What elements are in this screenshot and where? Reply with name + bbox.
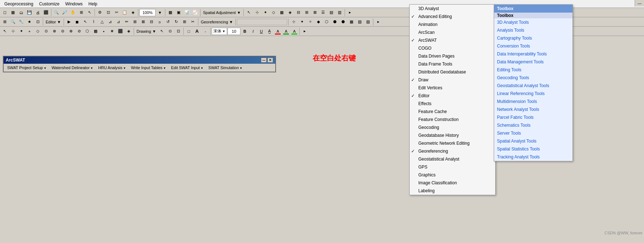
tb2-edit11[interactable]: ↺ (164, 18, 172, 26)
tb2-edit3[interactable]: △ (98, 18, 106, 26)
toolbar-menu-item[interactable]: Animation (410, 21, 495, 28)
toolbox-item[interactable]: Geocoding Tools (494, 74, 572, 82)
toolbar-menu-item[interactable]: Data Frame Tools (410, 60, 495, 68)
toolbar-btn-2[interactable]: ▦ (9, 9, 17, 17)
tb2-edit12[interactable]: ↻ (172, 18, 180, 26)
tb-b12[interactable]: ▥ (336, 9, 344, 17)
tb2-geo10[interactable]: ▨ (364, 18, 372, 26)
tb3-3[interactable]: ✦ (17, 27, 25, 35)
zoom-percent[interactable]: 100% (139, 9, 156, 16)
toolbar-menu-item[interactable]: Graphics (410, 171, 495, 179)
tb-b4[interactable]: ◇ (270, 9, 277, 17)
tb3-1[interactable]: ↖ (1, 27, 9, 35)
toolbar-menu-item[interactable]: Geometric Network Editing (410, 139, 495, 147)
tb2-5[interactable]: ⊡ (34, 18, 42, 26)
tb3-14[interactable]: ◾ (108, 27, 116, 35)
tb2-edit8[interactable]: ⊠ (139, 18, 147, 26)
tb3-underline[interactable]: U (257, 27, 265, 35)
tb2-geo3[interactable]: ✧ (306, 18, 314, 26)
toolbar-zoom-out[interactable]: 🔎 (61, 9, 69, 17)
tb2-geo6[interactable]: ⬢ (331, 18, 339, 26)
zoom-dropdown-btn[interactable]: ▼ (156, 9, 164, 17)
tb2-edit7[interactable]: ⊞ (131, 18, 139, 26)
tb2-geo2[interactable]: ✦ (298, 18, 306, 26)
tb2-geo7[interactable]: ⬣ (339, 18, 347, 26)
toolbox-item[interactable]: Data Management Tools (494, 58, 572, 66)
toolbar-pan[interactable]: ✋ (69, 9, 77, 17)
tb3-underline2[interactable]: A̲ (266, 27, 273, 35)
toolbox-item[interactable]: Geostatistical Analyst Tools (494, 82, 572, 90)
toolbar-menu-item[interactable]: Feature Construction (410, 116, 495, 123)
toolbar-menu-item[interactable]: Geostatistical Analyst (410, 155, 495, 163)
menu-edit-swat-input[interactable]: Edit SWAT Input (169, 65, 206, 71)
tb2-edit4[interactable]: ⊿ (106, 18, 114, 26)
toolbar-menu-item[interactable]: ArcScan (410, 28, 495, 36)
toolbar-menu-item[interactable]: GPS (410, 163, 495, 171)
toolbar-more-5[interactable]: ◈ (129, 9, 137, 17)
tb2-1[interactable]: ⊞ (1, 18, 9, 26)
toolbar-menu-item[interactable]: Data Driven Pages (410, 52, 495, 60)
tb-a4[interactable]: 📈 (191, 9, 199, 17)
tb3-6[interactable]: ⊙ (42, 27, 50, 35)
tb3-draw1[interactable]: ↖ (158, 27, 166, 35)
tb3-bold[interactable]: B (241, 27, 249, 35)
tb-a3[interactable]: 📊 (183, 9, 191, 17)
menu-swat-simulation[interactable]: SWAT Simulation (206, 65, 245, 71)
tb3-9[interactable]: ⊕ (67, 27, 75, 35)
tb2-scroll[interactable]: ▸ (374, 18, 382, 26)
menu-write-input-tables[interactable]: Write Input Tables (129, 65, 168, 71)
toolbar-extent[interactable]: ⊞ (77, 9, 85, 17)
toolbox-item[interactable]: Analysis Tools (494, 26, 572, 34)
tb-scroll[interactable]: ▸ (346, 9, 354, 17)
tb3-rect[interactable]: □ (185, 27, 193, 35)
tb3-8[interactable]: ⊝ (59, 27, 66, 35)
toolbar-menu-item[interactable]: ✓ArcSWAT (410, 36, 495, 44)
tb3-15[interactable]: ⬛ (116, 27, 124, 35)
tb3-textA[interactable]: A (193, 27, 201, 35)
toolbox-item[interactable]: Parcel Fabric Tools (494, 113, 572, 121)
tb-b5[interactable]: ▦ (278, 9, 286, 17)
toolbar-menu-item[interactable]: Edit Vertices (410, 84, 495, 92)
tb2-stop[interactable]: ⏹ (73, 18, 81, 26)
toolbox-item[interactable]: Editing Tools (494, 66, 572, 74)
tb2-edit2[interactable]: ⌇ (90, 18, 98, 26)
minimize-button[interactable]: — (635, 0, 644, 6)
toolbar-menu-item[interactable]: Distributed Geodatabase (410, 68, 495, 76)
tb3-fill[interactable]: A (290, 27, 298, 35)
tb3-11[interactable]: ⬡ (83, 27, 91, 35)
toolbox-item[interactable]: Server Tools (494, 129, 572, 137)
toolbox-item[interactable]: Conversion Tools (494, 42, 572, 50)
tb2-edit9[interactable]: ⊟ (148, 18, 156, 26)
tb-a1[interactable]: ▩ (166, 9, 174, 17)
toolbox-item[interactable]: Linear Referencing Tools (494, 90, 572, 98)
toolbar-select[interactable]: ↖ (86, 9, 93, 17)
tb3-draw2[interactable]: ⊙ (166, 27, 174, 35)
toolbox-item[interactable]: Cartography Tools (494, 34, 572, 42)
tb-a2[interactable]: ▣ (175, 9, 183, 17)
tb2-play[interactable]: ▶ (65, 18, 73, 26)
toolbar-menu-item[interactable]: Feature Cache (410, 108, 495, 116)
toolbar-btn-3[interactable]: 🗂 (17, 9, 25, 17)
tb3-12[interactable]: ▩ (92, 27, 100, 35)
tb-b7[interactable]: ⊟ (294, 9, 302, 17)
menu-windows[interactable]: Windows (62, 1, 86, 7)
drawing-label[interactable]: Drawing ▼ (135, 29, 157, 33)
toolbar-menu-item[interactable]: Effects (410, 100, 495, 108)
toolbox-item[interactable]: Schematics Tools (494, 121, 572, 129)
toolbar-menu-item[interactable]: ✓Advanced Editing (410, 13, 495, 21)
tb-b8[interactable]: ⊞ (303, 9, 310, 17)
tb2-edit1[interactable]: ↖ (82, 18, 89, 26)
menu-geoprocessing[interactable]: Geoprocessing (1, 1, 36, 7)
font-dropdown-arrow[interactable]: ▼ (222, 30, 225, 33)
tb-b6[interactable]: ◈ (286, 9, 294, 17)
toolbar-more-4[interactable]: 📋 (121, 9, 129, 17)
tb-b11[interactable]: ▤ (327, 9, 335, 17)
tb2-2[interactable]: 🔍 (9, 18, 17, 26)
toolbox-item[interactable]: Tracking Analyst Tools (494, 153, 572, 161)
tb3-16[interactable]: ◈ (125, 27, 133, 35)
tb3-color1[interactable]: A (274, 27, 282, 35)
tb3-4[interactable]: + (26, 27, 33, 35)
georef-input[interactable] (237, 19, 287, 25)
tb2-4[interactable]: ★ (26, 18, 33, 26)
toolbox-item[interactable]: 3D Analyst Tools (494, 18, 572, 26)
